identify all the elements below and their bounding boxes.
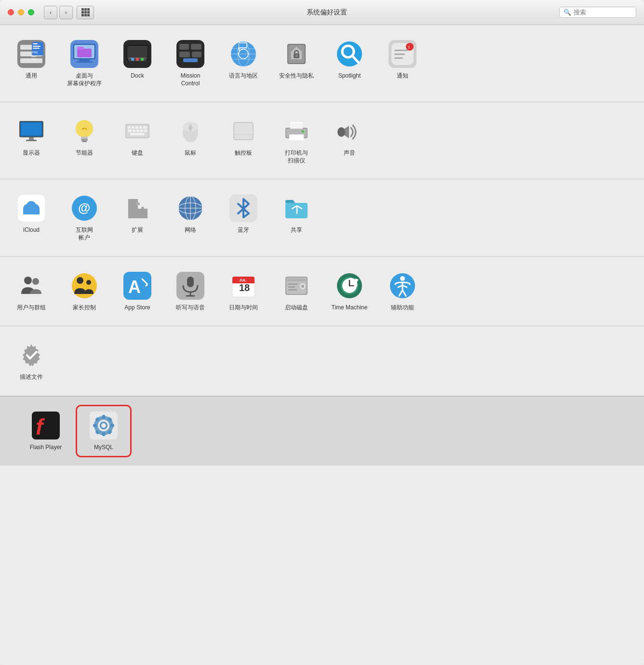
back-button[interactable]: ‹ <box>44 6 57 19</box>
personal-grid: File New Ope 通用 <box>5 35 639 92</box>
svg-rect-77 <box>136 130 139 132</box>
pref-dictation[interactable]: 听写与语音 <box>164 266 217 317</box>
svg-rect-56 <box>394 53 405 55</box>
svg-rect-14 <box>79 59 90 61</box>
pref-language[interactable]: 语言与地区 <box>217 35 270 85</box>
personal-section: File New Ope 通用 <box>0 25 644 102</box>
pref-security[interactable]: 安全性与隐私 <box>270 35 323 85</box>
parental-label: 家长控制 <box>73 304 96 312</box>
svg-rect-78 <box>140 130 143 132</box>
mission-icon <box>176 40 205 68</box>
close-button[interactable] <box>8 9 14 15</box>
spotlight-label: Spotlight <box>338 72 361 80</box>
svg-rect-20 <box>127 46 148 59</box>
maximize-button[interactable] <box>28 9 34 15</box>
parental-icon <box>70 271 99 300</box>
display-label: 显示器 <box>23 149 40 157</box>
internet-section: iCloud @ 互联网帐户 <box>0 179 644 256</box>
pref-datetime[interactable]: JUL 18 日期与时间 <box>217 266 270 317</box>
svg-rect-22 <box>131 58 134 61</box>
svg-point-115 <box>86 280 91 285</box>
notifications-icon: ! <box>388 40 417 68</box>
pref-mysql[interactable]: MySQL <box>77 406 130 456</box>
svg-rect-86 <box>234 123 253 139</box>
traffic-lights <box>8 9 34 15</box>
hardware-section: 显示器 <box>0 102 644 179</box>
sound-icon <box>335 117 364 146</box>
svg-rect-134 <box>288 283 298 285</box>
sound-label: 声音 <box>344 149 355 157</box>
pref-sharing[interactable]: 共享 <box>270 189 323 239</box>
pref-dock[interactable]: Dock <box>111 35 164 85</box>
grid-view-button[interactable] <box>77 6 94 19</box>
pref-sound[interactable]: 声音 <box>323 112 376 162</box>
pref-flash[interactable]: f Flash Player <box>19 406 72 456</box>
svg-rect-73 <box>139 126 142 129</box>
trackpad-label: 触控板 <box>235 149 252 157</box>
pref-keyboard[interactable]: 键盘 <box>111 112 164 162</box>
svg-text:JUL: JUL <box>239 278 246 282</box>
pref-parental[interactable]: 家长控制 <box>58 266 111 317</box>
minimize-button[interactable] <box>18 9 24 15</box>
svg-rect-80 <box>130 133 145 135</box>
extensions-icon <box>123 194 152 223</box>
flash-icon: f <box>31 411 60 440</box>
pref-bluetooth[interactable]: 蓝牙 <box>217 189 270 239</box>
network-icon <box>176 194 205 223</box>
pref-timemachine[interactable]: Time Machine <box>323 266 376 317</box>
svg-point-114 <box>77 277 83 284</box>
accessibility-icon <box>388 271 417 300</box>
dock-icon <box>123 40 152 68</box>
pref-startup[interactable]: 启动磁盘 <box>270 266 323 317</box>
notifications-label: 通知 <box>397 72 408 80</box>
pref-appstore[interactable]: A App Store <box>111 266 164 317</box>
sharing-label: 共享 <box>291 226 302 234</box>
svg-rect-55 <box>394 50 408 51</box>
svg-rect-152 <box>93 424 97 427</box>
pref-notifications[interactable]: ! 通知 <box>376 35 429 85</box>
pref-mission[interactable]: MissionControl <box>164 35 217 92</box>
pref-display[interactable]: 显示器 <box>5 112 58 162</box>
mouse-icon <box>176 117 205 146</box>
svg-rect-72 <box>135 126 138 129</box>
svg-rect-5 <box>33 43 38 44</box>
pref-printer[interactable]: 打印机与扫描仪 <box>270 112 323 169</box>
third-party-section: f Flash Player <box>0 396 644 466</box>
pref-accessibility[interactable]: 辅助功能 <box>376 266 429 317</box>
language-icon <box>229 40 258 68</box>
energy-icon <box>70 117 99 146</box>
internet-grid: iCloud @ 互联网帐户 <box>5 189 639 246</box>
pref-desktop[interactable]: 桌面与屏幕保护程序 <box>58 35 111 92</box>
pref-network[interactable]: 网络 <box>164 189 217 239</box>
general-icon: File New Ope <box>17 40 46 68</box>
pref-profiles[interactable]: 描述文件 <box>5 336 58 386</box>
pref-users[interactable]: 用户与群组 <box>5 266 58 317</box>
icloud-icon <box>17 194 46 223</box>
search-icon: 🔍 <box>564 9 571 16</box>
icloud-label: iCloud <box>23 226 40 234</box>
svg-point-159 <box>101 423 106 428</box>
pref-internet-accounts[interactable]: @ 互联网帐户 <box>58 189 111 246</box>
svg-rect-27 <box>191 44 201 50</box>
dock-label: Dock <box>131 72 144 80</box>
pref-icloud[interactable]: iCloud <box>5 189 58 239</box>
svg-rect-28 <box>179 52 190 57</box>
svg-rect-7 <box>33 48 40 49</box>
pref-mouse[interactable]: 鼠标 <box>164 112 217 162</box>
network-label: 网络 <box>185 226 196 234</box>
pref-spotlight[interactable]: Spotlight <box>323 35 376 85</box>
pref-general[interactable]: File New Ope 通用 <box>5 35 58 85</box>
system-section: 用户与群组 家长控 <box>0 257 644 327</box>
svg-point-47 <box>295 55 297 57</box>
search-box[interactable]: 🔍 <box>559 7 636 18</box>
forward-button[interactable]: › <box>59 6 73 19</box>
system-grid: 用户与群组 家长控 <box>5 266 639 317</box>
pref-trackpad[interactable]: 触控板 <box>217 112 270 162</box>
search-input[interactable] <box>574 9 632 16</box>
pref-energy[interactable]: 节能器 <box>58 112 111 162</box>
svg-rect-16 <box>77 49 92 57</box>
pref-extensions[interactable]: 扩展 <box>111 189 164 239</box>
energy-label: 节能器 <box>76 149 93 157</box>
spotlight-icon <box>335 40 364 68</box>
printer-icon <box>282 117 311 146</box>
